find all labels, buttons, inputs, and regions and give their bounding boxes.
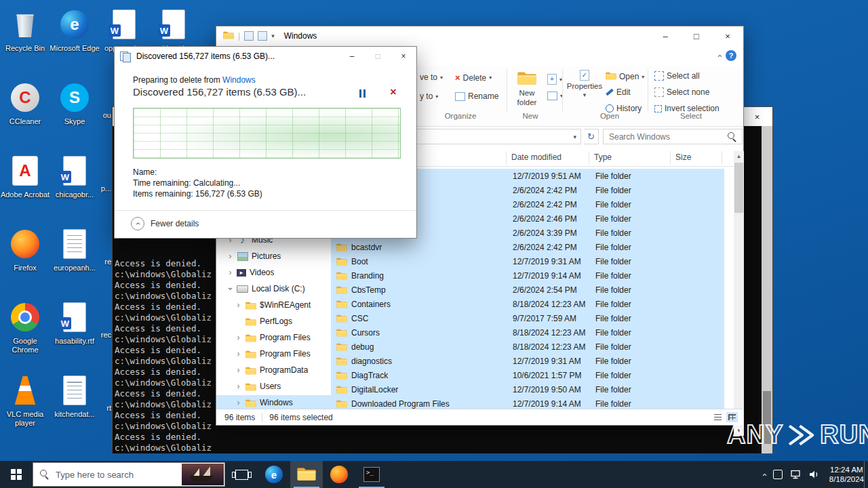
taskbar-firefox-button[interactable]	[323, 461, 355, 488]
file-name: Cursors	[351, 328, 380, 338]
word-icon: W	[106, 7, 142, 42]
explorer-close-button[interactable]: ×	[712, 26, 743, 45]
expand-chevron-icon[interactable]: ›	[235, 365, 241, 375]
search-highlight-art[interactable]	[182, 464, 224, 485]
taskbar-explorer-button[interactable]	[290, 461, 323, 488]
select-all-button[interactable]: Select all	[654, 71, 700, 81]
file-row-cbstemp[interactable]: CbsTemp2/6/2024 2:54 PMFile folder	[331, 283, 724, 297]
clock-time: 12:24 AM	[830, 465, 863, 474]
dialog-titlebar[interactable]: Discovered 156,727 items (6.53 GB)... – …	[115, 47, 416, 66]
dialog-discovered-text: Discovered 156,727 items (6.53 GB)...	[133, 86, 306, 98]
file-type: File folder	[595, 300, 631, 309]
ribbon-collapse-button[interactable]: ›	[713, 54, 724, 57]
delete-button[interactable]: × Delete▾	[455, 73, 492, 83]
window-title: Windows	[284, 31, 317, 41]
show-desktop-button[interactable]	[864, 461, 868, 488]
fewer-details-button[interactable]: › Fewer details	[131, 217, 199, 230]
file-row-containers[interactable]: Containers8/18/2024 12:23 AMFile folder	[331, 297, 724, 311]
desktop-icon-google-chrome[interactable]: Google Chrome	[1, 300, 49, 354]
file-row-diagtrack[interactable]: DiagTrack10/6/2021 1:57 PMFile folder	[331, 368, 724, 382]
chevron-down-icon[interactable]: ▾	[271, 33, 275, 39]
tray-app-icon[interactable]	[773, 470, 783, 479]
file-name: Boot	[351, 257, 368, 266]
taskbar-clock[interactable]: 12:24 AM 8/18/2024	[829, 465, 864, 484]
column-divider[interactable]	[670, 151, 671, 165]
quick-access-icon[interactable]	[258, 31, 267, 41]
expand-chevron-icon[interactable]: ›	[226, 286, 235, 292]
file-date-modified: 2/6/2024 2:42 PM	[513, 243, 577, 252]
column-divider[interactable]	[589, 151, 589, 165]
new-folder-icon	[517, 70, 536, 87]
quick-access-icon[interactable]	[244, 31, 254, 41]
taskbar-cmd-button[interactable]: >_	[355, 461, 388, 488]
taskbar-search[interactable]: Type here to search	[33, 462, 225, 487]
move-to-button[interactable]: ve to▾	[420, 73, 443, 82]
new-item-button[interactable]: +▾	[547, 74, 562, 85]
expand-chevron-icon[interactable]: ›	[235, 333, 241, 342]
expand-chevron-icon[interactable]: ›	[235, 349, 241, 359]
column-header-type[interactable]: Type	[594, 152, 612, 162]
dialog-minimize-button[interactable]: –	[339, 47, 365, 66]
explorer-maximize-button[interactable]: □	[681, 26, 712, 45]
pause-button[interactable]	[353, 86, 371, 101]
help-button[interactable]: ?	[726, 50, 736, 61]
network-icon[interactable]	[790, 470, 801, 479]
column-divider[interactable]	[506, 151, 507, 165]
column-divider[interactable]	[722, 151, 722, 165]
target-folder-link[interactable]: Windows	[222, 75, 256, 85]
file-row-boot[interactable]: Boot12/7/2019 9:31 AMFile folder	[331, 254, 724, 268]
file-name: Branding	[351, 271, 384, 281]
folder-icon	[336, 357, 347, 367]
task-view-button[interactable]	[225, 461, 258, 488]
chevron-down-icon[interactable]: ▾	[573, 134, 580, 140]
file-row-debug[interactable]: debug8/18/2024 12:23 AMFile folder	[331, 340, 724, 354]
file-row-csc[interactable]: CSC9/7/2017 7:59 AMFile folder	[331, 311, 724, 325]
explorer-minimize-button[interactable]: –	[650, 26, 681, 45]
desktop-icon-firefox[interactable]: Firefox	[1, 226, 49, 272]
details-view-button[interactable]	[712, 412, 724, 422]
file-list-scrollbar-thumb[interactable]	[734, 163, 743, 213]
dialog-close-button[interactable]: ×	[391, 47, 416, 66]
search-icon[interactable]	[728, 132, 737, 142]
file-row-digitallocker[interactable]: DigitalLocker12/7/2019 9:50 AMFile folde…	[331, 382, 724, 396]
ribbon-group-new: New	[522, 112, 538, 120]
open-button[interactable]: Open▾	[606, 71, 644, 82]
desktop-icon-recycle-bin[interactable]: Recycle Bin	[1, 7, 49, 53]
file-date-modified: 2/6/2024 2:46 PM	[513, 214, 577, 224]
search-input[interactable]: Search Windows	[603, 129, 743, 144]
scroll-up-icon[interactable]: ▴	[734, 151, 744, 161]
cmd-close-button[interactable]: ×	[742, 107, 772, 126]
explorer-titlebar[interactable]: | ▾ Windows – □ ×	[216, 26, 743, 45]
column-header-date-modified[interactable]: Date modified	[511, 152, 561, 162]
file-list-scrollbar[interactable]: ▴ ▾	[734, 151, 744, 436]
refresh-button[interactable]: ↻	[584, 129, 599, 144]
edit-button[interactable]: Edit	[606, 87, 631, 97]
expand-chevron-icon[interactable]: ›	[227, 268, 233, 277]
desktop-icon-vlc-media-player[interactable]: VLC media player	[1, 373, 49, 428]
desktop-icon-ccleaner[interactable]: CCCleaner	[1, 80, 49, 126]
properties-button[interactable]: ✓ Properties ▾	[566, 70, 603, 98]
taskbar-edge-button[interactable]: e	[258, 461, 290, 488]
start-button[interactable]	[0, 461, 33, 488]
volume-icon[interactable]	[808, 470, 819, 479]
file-row-cursors[interactable]: Cursors8/18/2024 12:23 AMFile folder	[331, 325, 724, 340]
file-row-bcastdvr[interactable]: bcastdvr2/6/2024 2:42 PMFile folder	[331, 240, 724, 254]
new-folder-button[interactable]: New folder	[511, 70, 543, 106]
file-row-branding[interactable]: Branding12/7/2019 9:14 AMFile folder	[331, 268, 724, 283]
rename-button[interactable]: Rename	[455, 92, 498, 101]
file-row-diagnostics[interactable]: diagnostics12/7/2019 9:31 AMFile folder	[331, 354, 724, 368]
cmd-scrollbar[interactable]	[762, 126, 772, 453]
select-none-button[interactable]: Select none	[654, 87, 709, 97]
expand-chevron-icon[interactable]: ›	[235, 382, 241, 391]
desktop-icon-microsoft-edge[interactable]: eMicrosoft Edge	[51, 7, 98, 53]
expand-chevron-icon[interactable]: ›	[235, 398, 241, 407]
nav-item-label: PerfLogs	[260, 317, 292, 326]
column-header-size[interactable]: Size	[675, 152, 691, 162]
cancel-button[interactable]: ×	[384, 85, 402, 100]
expand-chevron-icon[interactable]: ›	[227, 251, 233, 261]
copy-to-button[interactable]: y to▾	[420, 92, 438, 101]
easy-access-button[interactable]: ▾	[547, 92, 563, 100]
expand-chevron-icon[interactable]: ›	[235, 300, 241, 310]
desktop-icon-adobe-acrobat[interactable]: AAdobe Acrobat	[1, 153, 49, 199]
show-hidden-icons-button[interactable]: ›	[759, 473, 769, 476]
